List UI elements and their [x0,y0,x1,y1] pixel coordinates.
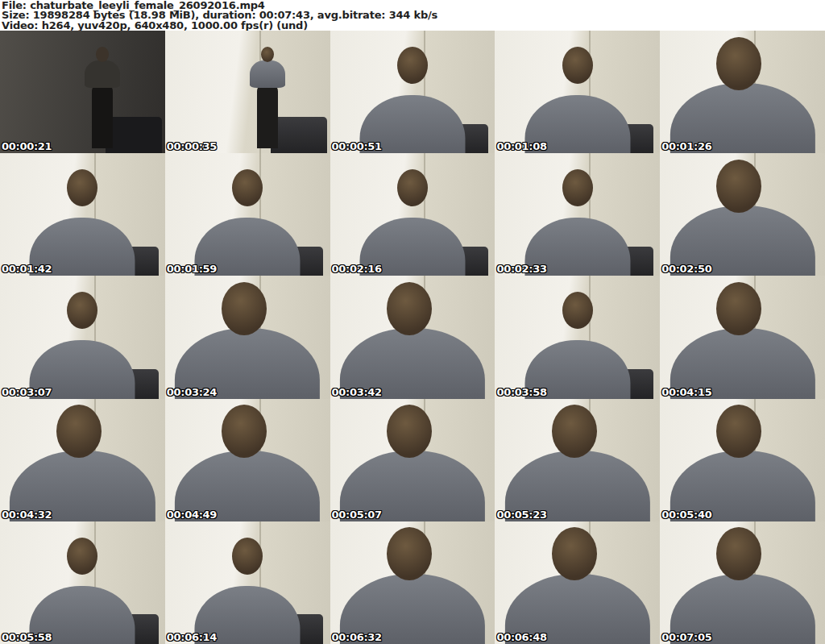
timestamp-overlay: 00:05:07 [332,509,382,521]
video-line: Video: h264, yuv420p, 640x480, 1000.00 f… [2,21,825,31]
person-placeholder-torso [250,60,285,88]
person-placeholder-head [232,169,263,206]
person-placeholder-head [261,47,274,62]
metadata-header: File: chaturbate_leeyli_female_26092016.… [0,0,825,31]
video-thumbnail: 00:01:42 [0,153,165,276]
video-thumbnail: 00:03:24 [165,276,330,398]
timestamp-overlay: 00:01:26 [661,140,711,152]
video-thumbnail: 00:01:26 [660,31,825,153]
video-thumbnail: 00:02:50 [660,153,825,276]
video-contact-sheet: File: chaturbate_leeyli_female_26092016.… [0,0,825,644]
person-placeholder-head [397,47,428,84]
timestamp-overlay: 00:05:40 [661,509,711,521]
person-placeholder-head [232,538,263,575]
person-placeholder-head [562,169,593,206]
person-placeholder-head [716,37,761,90]
person-placeholder-head [387,405,432,458]
video-thumbnail: 00:04:15 [660,276,825,398]
person-placeholder-head [387,282,432,335]
video-thumbnail: 00:02:33 [495,153,660,276]
video-thumbnail: 00:04:32 [0,399,165,521]
person-placeholder-head [397,169,428,206]
video-thumbnail: 00:00:35 [165,31,330,153]
timestamp-overlay: 00:03:24 [167,386,217,398]
chair-shape [106,117,162,154]
timestamp-overlay: 00:02:50 [661,263,711,275]
timestamp-overlay: 00:06:14 [167,631,217,643]
timestamp-overlay: 00:06:32 [332,631,382,643]
timestamp-overlay: 00:03:07 [2,386,52,398]
timestamp-overlay: 00:04:49 [167,509,217,521]
person-placeholder-head [716,160,761,213]
person-placeholder-head [67,169,97,206]
person-placeholder-torso [85,60,120,88]
thumbnail-grid: 00:00:21 00:00:35 00:00:51 00:01:08 [0,31,825,644]
video-thumbnail: 00:00:21 [0,31,165,153]
person-placeholder-head [67,538,97,575]
video-thumbnail: 00:04:49 [165,399,330,521]
person-placeholder-head [222,405,267,458]
person-placeholder-head [222,282,267,335]
timestamp-overlay: 00:05:58 [2,631,52,643]
video-thumbnail: 00:07:05 [660,521,825,644]
video-thumbnail: 00:00:51 [330,31,495,153]
timestamp-overlay: 00:02:16 [332,263,382,275]
video-thumbnail: 00:06:32 [330,521,495,644]
timestamp-overlay: 00:07:05 [661,631,711,643]
person-placeholder-legs [257,85,278,148]
video-thumbnail: 00:06:14 [165,521,330,644]
video-thumbnail: 00:03:58 [495,276,660,398]
person-placeholder-head [562,292,593,329]
person-placeholder-head [562,47,593,84]
timestamp-overlay: 00:01:08 [496,140,546,152]
person-placeholder-legs [92,85,113,148]
video-thumbnail: 00:03:07 [0,276,165,398]
video-thumbnail: 00:05:23 [495,399,660,521]
chair-shape [271,117,327,154]
timestamp-overlay: 00:06:48 [496,631,546,643]
video-thumbnail: 00:01:59 [165,153,330,276]
video-thumbnail: 00:01:08 [495,31,660,153]
person-placeholder-head [96,47,109,62]
person-placeholder-head [552,405,597,458]
timestamp-overlay: 00:03:58 [496,386,546,398]
timestamp-overlay: 00:01:42 [2,263,52,275]
timestamp-overlay: 00:00:51 [332,140,382,152]
video-thumbnail: 00:05:40 [660,399,825,521]
timestamp-overlay: 00:04:32 [2,509,52,521]
video-thumbnail: 00:05:07 [330,399,495,521]
video-thumbnail: 00:05:58 [0,521,165,644]
video-thumbnail: 00:06:48 [495,521,660,644]
timestamp-overlay: 00:04:15 [661,386,711,398]
video-thumbnail: 00:03:42 [330,276,495,398]
timestamp-overlay: 00:03:42 [332,386,382,398]
person-placeholder-head [67,292,97,329]
person-placeholder-head [552,527,597,580]
timestamp-overlay: 00:02:33 [496,263,546,275]
video-thumbnail: 00:02:16 [330,153,495,276]
timestamp-overlay: 00:00:35 [167,140,217,152]
timestamp-overlay: 00:01:59 [167,263,217,275]
person-placeholder-head [387,527,432,580]
timestamp-overlay: 00:00:21 [2,140,52,152]
timestamp-overlay: 00:05:23 [496,509,546,521]
